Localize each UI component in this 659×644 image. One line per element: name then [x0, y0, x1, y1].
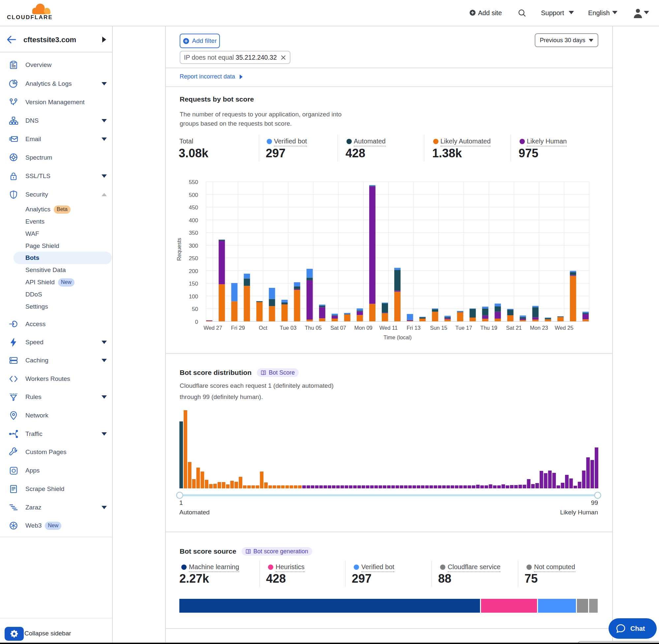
svg-text:Mon 23: Mon 23 — [530, 325, 548, 331]
svg-text:Sat 07: Sat 07 — [330, 325, 346, 331]
svg-text:200: 200 — [189, 268, 198, 274]
svg-text:550: 550 — [189, 179, 198, 185]
svg-text:50: 50 — [192, 306, 198, 312]
svg-text:Time (local): Time (local) — [383, 335, 412, 340]
svg-text:Mon 09: Mon 09 — [354, 325, 373, 331]
svg-text:Thu 19: Thu 19 — [480, 325, 497, 331]
svg-text:Fri 29: Fri 29 — [231, 325, 245, 331]
svg-text:Tue 03: Tue 03 — [280, 325, 297, 331]
svg-text:Wed 27: Wed 27 — [204, 325, 222, 331]
svg-text:350: 350 — [189, 230, 198, 236]
svg-text:100: 100 — [189, 294, 198, 300]
svg-text:300: 300 — [189, 243, 198, 249]
svg-text:Wed 11: Wed 11 — [379, 325, 398, 331]
svg-text:Sat 21: Sat 21 — [506, 325, 522, 331]
svg-text:Wed 25: Wed 25 — [555, 325, 573, 331]
svg-text:Thu 05: Thu 05 — [305, 325, 322, 331]
svg-text:500: 500 — [189, 192, 198, 198]
svg-text:Tue 17: Tue 17 — [455, 325, 472, 331]
svg-text:Oct: Oct — [259, 325, 267, 331]
svg-text:150: 150 — [189, 281, 198, 287]
svg-text:Sun 15: Sun 15 — [430, 325, 447, 331]
svg-text:Requests: Requests — [176, 238, 182, 261]
svg-text:250: 250 — [189, 255, 198, 261]
svg-text:400: 400 — [189, 217, 198, 224]
svg-text:Fri 13: Fri 13 — [406, 325, 420, 331]
svg-text:0: 0 — [195, 319, 198, 325]
svg-text:450: 450 — [189, 204, 198, 211]
